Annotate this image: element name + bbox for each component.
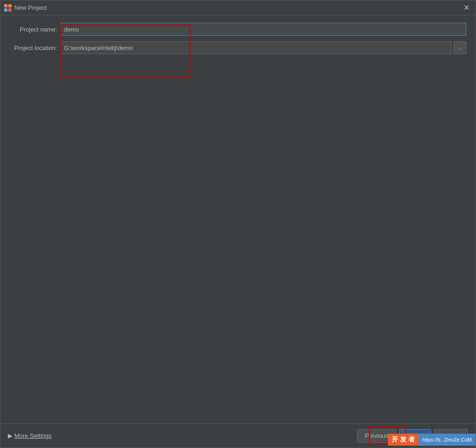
svg-rect-2 xyxy=(4,8,7,12)
project-location-input-wrapper: ... xyxy=(61,41,466,54)
project-name-input[interactable] xyxy=(61,23,466,36)
bottom-bar: ▶ More Settings Previous Finish Cancel xyxy=(0,423,476,448)
browse-button[interactable]: ... xyxy=(453,41,466,54)
window-title: New Project xyxy=(14,4,461,11)
finish-button[interactable]: Finish xyxy=(399,429,431,443)
more-settings-arrow-icon: ▶ xyxy=(8,432,13,439)
previous-button[interactable]: Previous xyxy=(357,429,396,443)
more-settings-label: More Settings xyxy=(14,432,51,439)
more-settings[interactable]: ▶ More Settings xyxy=(8,432,51,439)
project-name-label: Project name: xyxy=(10,26,61,33)
dialog-window: New Project ✕ Project name: Project loca… xyxy=(0,0,476,448)
content-area: Project name: Project location: ... xyxy=(0,15,476,423)
title-bar: New Project ✕ xyxy=(0,0,476,15)
location-input-group: ... xyxy=(61,41,466,54)
svg-rect-1 xyxy=(8,4,12,7)
svg-rect-3 xyxy=(8,8,12,12)
project-name-row: Project name: xyxy=(10,23,466,36)
project-name-input-wrapper xyxy=(61,23,466,36)
project-location-input[interactable] xyxy=(61,41,451,54)
project-location-label: Project location: xyxy=(10,44,61,51)
intellij-icon xyxy=(4,4,12,12)
svg-rect-0 xyxy=(4,4,7,7)
cancel-button[interactable]: Cancel xyxy=(434,429,468,443)
button-group: Previous Finish Cancel xyxy=(357,429,468,443)
close-button[interactable]: ✕ xyxy=(461,2,472,13)
project-location-row: Project location: ... xyxy=(10,41,466,54)
